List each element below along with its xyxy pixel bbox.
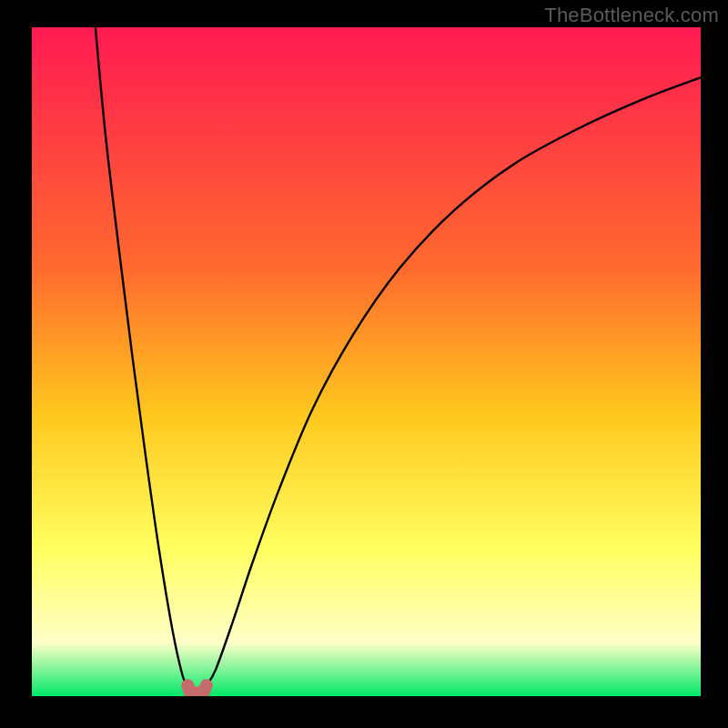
plot-area [32, 27, 701, 696]
chart-frame: TheBottleneck.com [0, 0, 728, 728]
bottleneck-chart [32, 27, 701, 696]
minimum-marker [187, 685, 207, 693]
watermark-text: TheBottleneck.com [544, 4, 719, 27]
